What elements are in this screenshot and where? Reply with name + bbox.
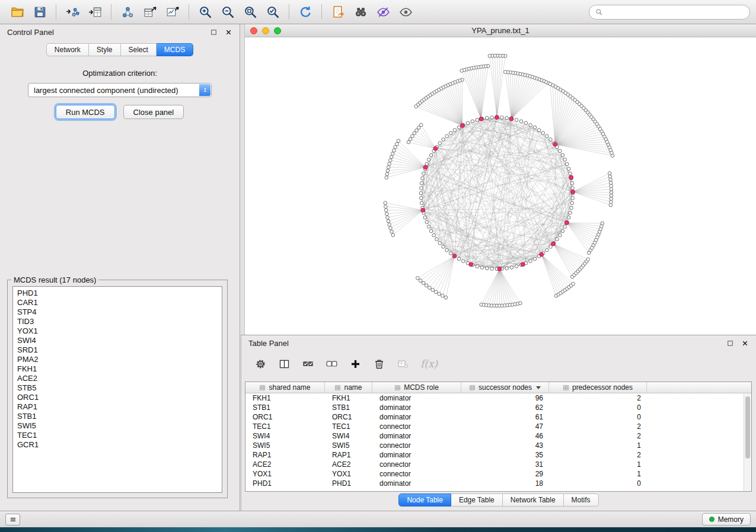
optimization-dropdown[interactable]: largest connected component (undirected) (28, 83, 212, 97)
search-box[interactable] (589, 5, 750, 20)
zoom-out-button[interactable] (217, 2, 238, 21)
table-scrollbar[interactable] (744, 393, 751, 491)
hide-details-button[interactable] (372, 2, 394, 21)
delete-table-button[interactable] (397, 358, 409, 370)
result-item[interactable]: TEC1 (17, 431, 222, 440)
open-folder-button[interactable] (7, 2, 28, 21)
tab-network[interactable]: Network (46, 43, 89, 56)
show-details-button[interactable] (395, 2, 416, 21)
sort-chevron-icon (536, 386, 541, 389)
result-item[interactable]: SWI5 (17, 421, 222, 431)
tab-motifs[interactable]: Motifs (564, 493, 599, 507)
tab-select[interactable]: Select (121, 43, 157, 56)
export-table-button[interactable] (139, 2, 161, 21)
close-table-panel-icon[interactable] (741, 339, 749, 347)
float-table-panel-icon[interactable] (726, 339, 734, 347)
result-item[interactable]: ORC1 (17, 393, 222, 402)
tab-node-table[interactable]: Node Table (398, 493, 451, 507)
function-builder-button[interactable]: f(x) (420, 358, 438, 370)
cell-name: TEC1 (325, 422, 372, 431)
grid-sort-icon (394, 384, 401, 391)
cell-shared_name: SWI5 (245, 441, 325, 450)
table-scrollbar-thumb[interactable] (745, 396, 750, 459)
open-folder-icon (10, 5, 25, 20)
table-row[interactable]: SWI5SWI5connector431 (245, 441, 751, 450)
result-item[interactable]: SWI4 (17, 336, 222, 345)
result-item[interactable]: FKH1 (17, 364, 222, 374)
cell-successors: 46 (461, 431, 549, 441)
table-body: FKH1FKH1dominator962STB1STB1dominator620… (245, 393, 751, 488)
result-item[interactable]: PMA2 (17, 355, 222, 364)
window-close-button[interactable] (250, 27, 257, 34)
vertical-splitter[interactable] (240, 24, 245, 335)
result-item[interactable]: PHD1 (17, 289, 222, 298)
result-item[interactable]: STB5 (17, 383, 222, 393)
cell-name: PHD1 (325, 479, 372, 488)
new-network-button[interactable] (117, 2, 138, 21)
window-zoom-button[interactable] (274, 27, 281, 34)
gear-button[interactable] (254, 358, 267, 370)
save-button[interactable] (29, 2, 50, 21)
task-history-button[interactable] (5, 514, 20, 525)
close-panel-icon[interactable] (224, 28, 232, 36)
result-item[interactable]: STB1 (17, 412, 222, 421)
cell-predecessors: 2 (549, 450, 647, 460)
add-row-button[interactable] (349, 358, 362, 370)
zoom-selected-button[interactable] (262, 2, 283, 21)
import-network-button[interactable] (62, 2, 83, 21)
table-row[interactable]: SWI4SWI4dominator462 (245, 431, 751, 441)
table-row[interactable]: TEC1TEC1connector472 (245, 422, 751, 431)
result-item[interactable]: YOX1 (17, 326, 222, 336)
zoom-fit-button[interactable] (240, 2, 261, 21)
column-header-shared_name[interactable]: shared name (245, 382, 325, 393)
tab-network-table[interactable]: Network Table (503, 493, 564, 507)
close-panel-button[interactable]: Close panel (123, 105, 184, 119)
share-document-button[interactable] (327, 2, 349, 21)
cell-successors: 43 (461, 441, 549, 450)
binoculars-button[interactable] (350, 2, 371, 21)
table-row[interactable]: ACE2ACE2connector311 (245, 460, 751, 469)
window-minimize-button[interactable] (262, 27, 269, 34)
float-panel-icon[interactable] (209, 28, 218, 36)
column-button[interactable] (278, 358, 291, 370)
unselect-all-button[interactable] (326, 358, 338, 370)
result-item[interactable]: STP4 (17, 307, 222, 317)
tab-style[interactable]: Style (89, 43, 121, 56)
table-row[interactable]: YOX1YOX1connector291 (245, 469, 751, 479)
column-header-role[interactable]: MCDS role (372, 382, 461, 393)
cell-successors: 29 (461, 469, 549, 479)
cell-successors: 18 (461, 479, 549, 488)
toolbar-separator (189, 4, 189, 20)
network-canvas[interactable] (245, 37, 756, 335)
column-header-predecessors[interactable]: predecessor nodes (549, 382, 647, 393)
search-input[interactable] (607, 8, 744, 17)
export-image-button[interactable] (162, 2, 183, 21)
table-row[interactable]: RAP1RAP1dominator352 (245, 450, 751, 460)
zoom-selected-icon (266, 5, 280, 20)
result-item[interactable]: TID3 (17, 317, 222, 326)
table-row[interactable]: STB1STB1dominator620 (245, 403, 751, 412)
run-mcds-button[interactable]: Run MCDS (56, 105, 115, 119)
mcds-result-list[interactable]: PHD1CAR1STP4TID3YOX1SWI4SRD1PMA2FKH1ACE2… (12, 286, 222, 493)
select-all-button[interactable] (302, 358, 314, 370)
tab-edge-table[interactable]: Edge Table (451, 493, 503, 507)
column-header-name[interactable]: name (325, 382, 372, 393)
table-row[interactable]: FKH1FKH1dominator962 (245, 393, 751, 403)
result-item[interactable]: CAR1 (17, 298, 222, 307)
table-panel-header: Table Panel (241, 335, 756, 351)
column-header-successors[interactable]: successor nodes (461, 382, 549, 393)
result-item[interactable]: SRD1 (17, 345, 222, 355)
table-toolbar: f(x) (241, 352, 756, 376)
result-item[interactable]: ACE2 (17, 374, 222, 383)
delete-button[interactable] (373, 358, 385, 370)
table-row[interactable]: ORC1ORC1dominator610 (245, 412, 751, 422)
cell-role: dominator (372, 431, 461, 441)
memory-button[interactable]: Memory (702, 513, 751, 525)
result-item[interactable]: GCR1 (17, 440, 222, 450)
table-row[interactable]: PHD1PHD1dominator180 (245, 479, 751, 488)
refresh-button[interactable] (295, 2, 316, 21)
tab-mcds[interactable]: MCDS (157, 43, 193, 56)
zoom-in-button[interactable] (194, 2, 216, 21)
import-table-button[interactable] (84, 2, 106, 21)
result-item[interactable]: RAP1 (17, 402, 222, 412)
